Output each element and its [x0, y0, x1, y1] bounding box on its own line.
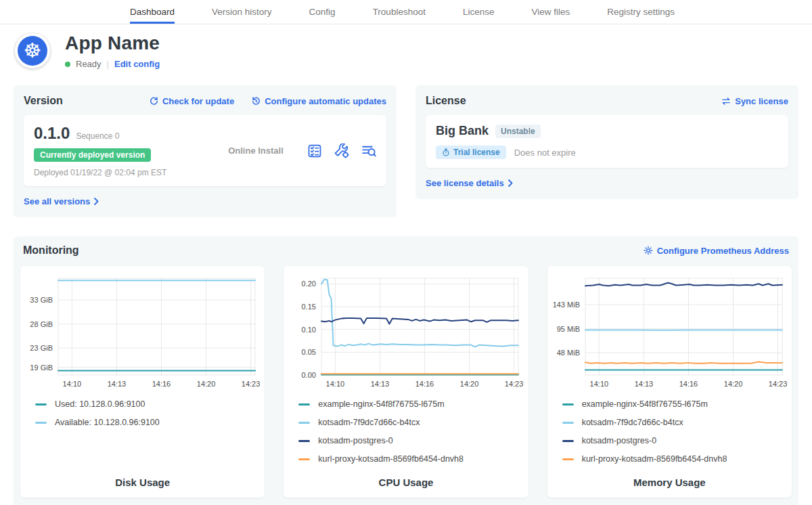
top-nav: DashboardVersion historyConfigTroublesho…: [0, 0, 812, 24]
edit-config-link[interactable]: Edit config: [114, 59, 160, 69]
chevron-right-icon: [94, 198, 99, 205]
tab-license[interactable]: License: [463, 0, 495, 24]
license-card-title: License: [426, 95, 466, 107]
legend-label: kotsadm-postgres-0: [582, 436, 656, 445]
legend-swatch-icon: [298, 422, 310, 424]
tab-version-history[interactable]: Version history: [212, 0, 272, 24]
disk-usage-chart: 14:1014:1314:1614:2014:2333 GiB28 GiB23 …: [23, 273, 262, 391]
tab-config[interactable]: Config: [309, 0, 336, 24]
svg-text:143 MiB: 143 MiB: [552, 301, 579, 309]
configure-prometheus-link[interactable]: Configure Prometheus Address: [644, 246, 789, 256]
memory-usage-chart-panel: 14:1014:1314:1614:2014:23143 MiB95 MiB48…: [547, 266, 792, 498]
legend-label: example-nginx-54f8f76755-l675m: [582, 399, 708, 409]
tab-dashboard[interactable]: Dashboard: [130, 0, 175, 24]
see-license-details-link[interactable]: See license details: [426, 178, 513, 188]
legend-swatch-icon: [35, 403, 47, 405]
tab-troubleshoot[interactable]: Troubleshoot: [373, 0, 426, 24]
version-card: Version Check for update: [14, 85, 397, 217]
svg-text:14:10: 14:10: [326, 380, 345, 388]
deployed-timestamp: Deployed 01/19/22 @ 02:04 pm EST: [34, 168, 204, 177]
svg-text:0.05: 0.05: [302, 348, 316, 356]
legend-swatch-icon: [562, 458, 574, 460]
svg-text:0.00: 0.00: [302, 371, 316, 379]
svg-text:14:13: 14:13: [108, 380, 127, 388]
chart-legend: example-nginx-54f8f76755-l675mkotsadm-7f…: [298, 399, 525, 464]
legend-item: kotsadm-7f9dc7d66c-b4tcx: [298, 418, 525, 427]
svg-text:14:16: 14:16: [679, 380, 698, 388]
config-wrench-icon[interactable]: [334, 144, 349, 158]
chart-title: Memory Usage: [550, 468, 789, 488]
legend-item: kotsadm-postgres-0: [562, 436, 789, 445]
legend-swatch-icon: [298, 403, 310, 405]
svg-text:0.10: 0.10: [302, 326, 316, 334]
status-dot-icon: [65, 62, 70, 67]
svg-text:28 GiB: 28 GiB: [30, 320, 53, 328]
clock-history-icon: [252, 97, 261, 106]
legend-label: kotsadm-postgres-0: [318, 436, 392, 445]
chart-legend: Used: 10.128.0.96:9100Available: 10.128.…: [35, 399, 262, 427]
svg-text:95 MiB: 95 MiB: [557, 325, 580, 333]
version-card-title: Version: [24, 95, 63, 107]
stopwatch-icon: [442, 148, 450, 156]
legend-swatch-icon: [562, 422, 574, 424]
see-all-versions-link[interactable]: See all versions: [24, 196, 99, 206]
deployed-badge: Currently deployed version: [34, 148, 151, 162]
tab-view-files[interactable]: View files: [531, 0, 570, 24]
gear-icon: [644, 246, 653, 255]
svg-text:14:10: 14:10: [63, 380, 82, 388]
trial-license-badge: Trial license: [436, 146, 506, 159]
preflight-checks-icon[interactable]: [307, 144, 322, 158]
divider: |: [107, 59, 109, 69]
legend-label: kotsadm-7f9dc7d66c-b4tcx: [318, 418, 420, 427]
app-logo: ☸: [15, 33, 50, 68]
page-title: App Name: [65, 32, 160, 54]
svg-text:14:23: 14:23: [242, 380, 261, 388]
chevron-right-icon: [508, 179, 513, 187]
tab-registry-settings[interactable]: Registry settings: [607, 0, 675, 24]
deploy-logs-icon[interactable]: [361, 144, 376, 158]
legend-item: kurl-proxy-kotsadm-8569fb6454-dnvh8: [562, 454, 789, 464]
configure-automatic-updates-link[interactable]: Configure automatic updates: [252, 96, 386, 106]
current-version-panel: 0.1.0 Sequence 0 Currently deployed vers…: [24, 115, 386, 186]
legend-item: kotsadm-postgres-0: [298, 436, 525, 445]
svg-text:0.15: 0.15: [302, 303, 316, 311]
svg-text:14:23: 14:23: [769, 380, 788, 388]
legend-label: example-nginx-54f8f76755-l675m: [318, 399, 444, 409]
legend-label: Available: 10.128.0.96:9100: [55, 418, 160, 427]
monitoring-title: Monitoring: [23, 244, 79, 257]
sync-icon: [721, 97, 731, 106]
chart-title: Disk Usage: [23, 468, 262, 488]
disk-usage-chart-panel: 14:1014:1314:1614:2014:2333 GiB28 GiB23 …: [20, 266, 265, 498]
license-expiry: Does not expire: [514, 148, 576, 158]
chart-legend: example-nginx-54f8f76755-l675mkotsadm-7f…: [562, 399, 789, 464]
monitoring-section: Monitoring Configure Prometheus Address …: [14, 236, 798, 505]
svg-text:14:16: 14:16: [152, 380, 171, 388]
svg-text:14:20: 14:20: [724, 380, 743, 388]
sync-license-link[interactable]: Sync license: [721, 96, 788, 106]
svg-text:14:20: 14:20: [460, 380, 479, 388]
channel-badge: Unstable: [495, 125, 541, 138]
svg-text:19 GiB: 19 GiB: [30, 364, 53, 372]
legend-swatch-icon: [562, 403, 574, 405]
chart-title: CPU Usage: [286, 468, 525, 488]
svg-text:48 MiB: 48 MiB: [557, 349, 580, 357]
legend-swatch-icon: [298, 440, 310, 442]
svg-text:14:23: 14:23: [505, 380, 524, 388]
legend-label: kurl-proxy-kotsadm-8569fb6454-dnvh8: [582, 454, 727, 464]
status-text: Ready: [76, 59, 102, 69]
legend-item: kotsadm-7f9dc7d66c-b4tcx: [562, 418, 789, 427]
svg-text:14:20: 14:20: [197, 380, 216, 388]
memory-usage-chart: 14:1014:1314:1614:2014:23143 MiB95 MiB48…: [550, 273, 789, 391]
check-for-update-link[interactable]: Check for update: [150, 96, 234, 106]
charts-row: 14:1014:1314:1614:2014:2333 GiB28 GiB23 …: [20, 266, 792, 498]
legend-label: Used: 10.128.0.96:9100: [55, 399, 145, 409]
version-number: 0.1.0: [34, 124, 70, 143]
legend-label: kurl-proxy-kotsadm-8569fb6454-dnvh8: [318, 454, 464, 464]
refresh-icon: [150, 97, 158, 106]
cards-row: Version Check for update: [14, 85, 798, 217]
svg-text:33 GiB: 33 GiB: [30, 296, 53, 304]
legend-label: kotsadm-7f9dc7d66c-b4tcx: [582, 418, 683, 427]
customer-name: Big Bank: [436, 124, 489, 138]
legend-swatch-icon: [35, 422, 47, 424]
install-type-label: Online Install: [204, 146, 307, 156]
